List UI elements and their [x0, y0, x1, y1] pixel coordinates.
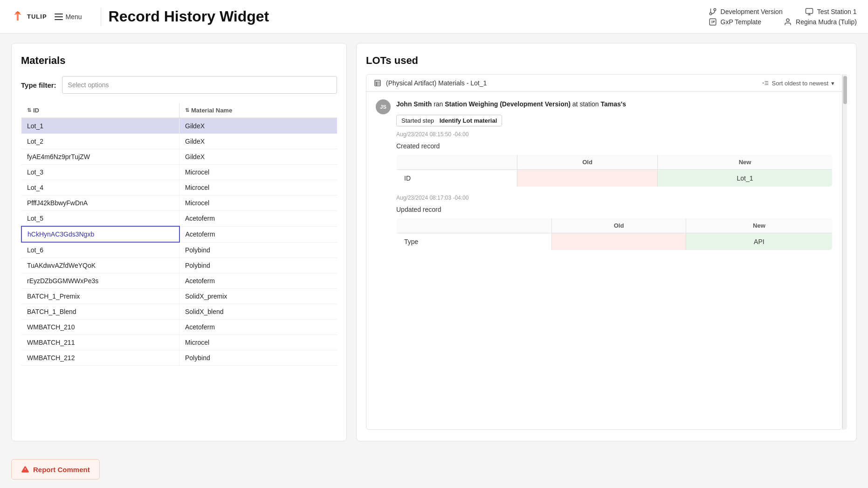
table-row[interactable]: BATCH_1_Blend SolidX_blend — [21, 304, 337, 320]
svg-rect-6 — [806, 8, 813, 14]
col-id-label: ID — [33, 107, 39, 114]
monitor-icon — [805, 7, 813, 16]
user-label: Regina Mudra (Tulip) — [796, 18, 857, 26]
svg-rect-9 — [710, 19, 716, 25]
table-row[interactable]: rEyzDZbGGMWWxPe3s Acetoferm — [21, 273, 337, 289]
updated-record-label: Updated record — [396, 206, 833, 213]
table-row: Type API — [397, 233, 833, 251]
table-row[interactable]: WMBATCH_212 Polybind — [21, 350, 337, 366]
created-table-body: ID Lot_1 — [397, 170, 833, 187]
row-id-cell: TuAKdwvAZfdWeYQoK — [21, 258, 179, 273]
table-row[interactable]: Lot_1 GildeX — [21, 118, 337, 134]
created-record-label: Created record — [396, 142, 833, 150]
svg-point-5 — [710, 13, 712, 15]
gxp-template-item: GxP Template — [709, 18, 761, 26]
table-row[interactable]: TuAKdwvAZfdWeYQoK Polybind — [21, 258, 337, 273]
row-name-cell: Polybind — [179, 350, 338, 366]
sort-icon — [763, 80, 769, 86]
type-filter-select[interactable]: Select options — [62, 76, 337, 94]
table-row[interactable]: BATCH_1_Premix SolidX_premix — [21, 289, 337, 304]
type-filter-label: Type filter: — [21, 81, 56, 89]
dev-version-item: Development Version — [709, 7, 783, 16]
created-record-table: Old New ID Lot_1 — [396, 154, 833, 187]
lots-title: LOTs used — [366, 55, 847, 67]
row-id-cell: BATCH_1_Blend — [21, 304, 179, 320]
select-placeholder-text: Select options — [68, 81, 109, 89]
sort-button[interactable]: Sort oldest to newest ▾ — [763, 80, 834, 87]
row-name-cell: Microcel — [179, 335, 338, 350]
row-id-cell: fyAE4m6Nz9prTujZW — [21, 149, 179, 165]
row-id-cell: Lot_3 — [21, 165, 179, 180]
sort-label: Sort oldest to newest — [772, 80, 828, 87]
header-right: Development Version Test Station 1 GxP T… — [709, 7, 857, 26]
step-name: Identify Lot material — [440, 117, 497, 124]
row-id-cell: WMBATCH_210 — [21, 320, 179, 335]
timestamp-1: Aug/23/2024 08:15:50 -04:00 — [396, 131, 833, 138]
col-header-id[interactable]: ⇅ ID — [21, 103, 179, 118]
activity-app-name: Station Weighing (Development Version) — [445, 100, 571, 108]
old-value-id — [517, 170, 657, 187]
table-icon — [374, 79, 381, 87]
table-row[interactable]: Lot_6 Polybind — [21, 242, 337, 258]
menu-button[interactable]: Menu — [55, 13, 82, 21]
svg-rect-1 — [17, 14, 19, 21]
activity-at-text: at station — [572, 100, 601, 108]
dev-version-label: Development Version — [721, 8, 783, 15]
table-row[interactable]: Lot_2 GildeX — [21, 134, 337, 149]
row-name-cell: GildeX — [179, 118, 338, 134]
hamburger-icon — [55, 14, 63, 20]
col-header-name[interactable]: ⇅ Material Name — [179, 103, 338, 118]
new-value-type: API — [686, 233, 832, 251]
row-id-cell: BATCH_1_Premix — [21, 289, 179, 304]
materials-table-body: Lot_1 GildeX Lot_2 GildeX fyAE4m6Nz9prTu… — [21, 118, 337, 366]
scrollbar-thumb[interactable] — [843, 76, 847, 104]
step-prefix: Started step — [401, 117, 434, 124]
main-content: Materials Type filter: Select options ⇅ … — [0, 34, 868, 451]
col-old-header-2: Old — [552, 218, 686, 233]
vertical-scrollbar[interactable] — [842, 74, 847, 430]
report-comment-button[interactable]: Report Comment — [11, 459, 100, 480]
table-row[interactable]: WMBATCH_210 Acetoferm — [21, 320, 337, 335]
svg-point-4 — [714, 8, 716, 11]
table-row[interactable]: fyAE4m6Nz9prTujZW GildeX — [21, 149, 337, 165]
timestamp-2: Aug/23/2024 08:17:03 -04:00 — [396, 195, 833, 201]
activity-user-name: John Smith — [396, 100, 432, 108]
row-name-cell: SolidX_premix — [179, 289, 338, 304]
materials-table: ⇅ ID ⇅ Material Name — [21, 103, 337, 366]
row-name-cell: Microcel — [179, 180, 338, 195]
activity-content: John Smith ran Station Weighing (Develop… — [396, 99, 833, 258]
row-name-cell: Acetoferm — [179, 320, 338, 335]
warning-icon — [21, 465, 29, 474]
test-station-item: Test Station 1 — [805, 7, 857, 16]
row-id-cell: PfffJ42kBbwyFwDnA — [21, 195, 179, 211]
updated-table-body: Type API — [397, 233, 833, 251]
header-info-top-row: Development Version Test Station 1 — [709, 7, 857, 16]
col-new-header: New — [658, 155, 833, 170]
type-filter-select-wrapper[interactable]: Select options — [62, 76, 337, 94]
field-label-id: ID — [397, 170, 517, 187]
tulip-logo-icon — [11, 10, 24, 23]
avatar-initials: JS — [380, 104, 386, 110]
materials-panel: Materials Type filter: Select options ⇅ … — [11, 43, 347, 441]
menu-label: Menu — [66, 13, 82, 21]
row-name-cell: SolidX_blend — [179, 304, 338, 320]
row-name-cell: Polybind — [179, 258, 338, 273]
table-row[interactable]: Lot_3 Microcel — [21, 165, 337, 180]
table-row[interactable]: PfffJ42kBbwyFwDnA Microcel — [21, 195, 337, 211]
created-table-head: Old New — [397, 155, 833, 170]
logo: TULIP — [11, 10, 47, 23]
logo-text: TULIP — [27, 13, 47, 20]
row-id-cell: WMBATCH_211 — [21, 335, 179, 350]
table-row[interactable]: WMBATCH_211 Microcel — [21, 335, 337, 350]
sort-name-icon: ⇅ — [185, 107, 189, 113]
type-filter-row: Type filter: Select options — [21, 76, 337, 94]
table-row[interactable]: hCkHynAC3Gds3Ngxb Acetoferm — [21, 226, 337, 242]
footer: Report Comment — [0, 451, 868, 488]
activity-action-text: ran — [434, 100, 445, 108]
table-row[interactable]: Lot_5 Acetoferm — [21, 211, 337, 227]
table-row[interactable]: Lot_4 Microcel — [21, 180, 337, 195]
lot-card-label: (Physical Artifact) Materials - Lot_1 — [386, 79, 487, 87]
header-divider — [101, 7, 101, 26]
activity-entry: JS John Smith ran Station Weighing (Deve… — [376, 99, 833, 258]
row-name-cell: Microcel — [179, 165, 338, 180]
